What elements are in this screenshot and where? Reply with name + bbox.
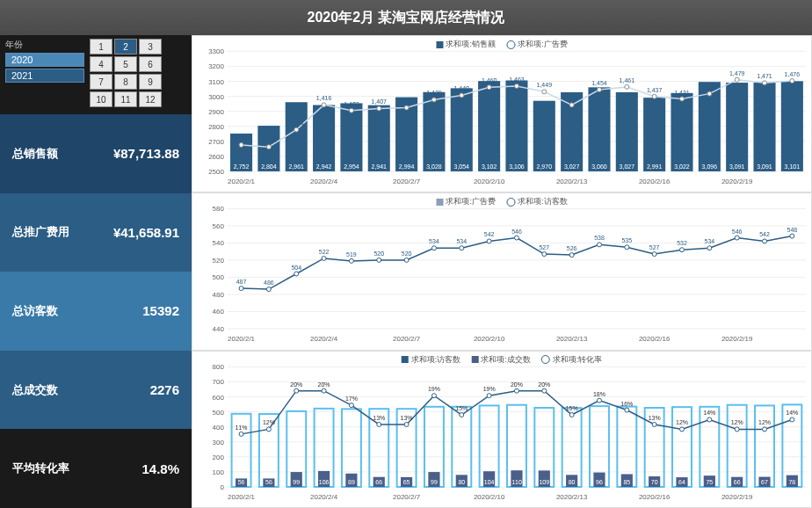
svg-point-146 bbox=[431, 246, 436, 250]
svg-rect-47 bbox=[533, 101, 555, 171]
svg-point-262 bbox=[239, 432, 243, 436]
svg-text:2500: 2500 bbox=[208, 168, 224, 176]
svg-point-168 bbox=[735, 236, 739, 240]
month-button-4[interactable]: 4 bbox=[90, 56, 112, 72]
svg-text:1,463: 1,463 bbox=[509, 76, 525, 83]
svg-text:3,096: 3,096 bbox=[702, 163, 718, 170]
month-button-1[interactable]: 1 bbox=[90, 39, 112, 54]
svg-text:534: 534 bbox=[705, 239, 715, 245]
svg-text:2900: 2900 bbox=[208, 108, 224, 116]
svg-point-152 bbox=[514, 236, 518, 240]
month-button-10[interactable]: 10 bbox=[90, 91, 112, 107]
svg-point-164 bbox=[679, 248, 684, 252]
year-label: 年份 bbox=[5, 39, 84, 51]
svg-point-266 bbox=[294, 388, 299, 393]
svg-point-294 bbox=[679, 427, 684, 432]
metric-promo-label: 总推广费用 bbox=[12, 224, 69, 240]
svg-text:486: 486 bbox=[264, 279, 274, 286]
svg-rect-218 bbox=[755, 405, 774, 487]
svg-text:526: 526 bbox=[567, 245, 577, 251]
svg-rect-217 bbox=[728, 404, 747, 486]
svg-text:2020/2/4: 2020/2/4 bbox=[310, 335, 338, 343]
legend-1-bar: 求和项:销售额 bbox=[436, 39, 496, 50]
month-button-6[interactable]: 6 bbox=[139, 56, 162, 72]
svg-text:85: 85 bbox=[623, 479, 630, 485]
svg-text:67: 67 bbox=[761, 479, 768, 485]
svg-text:15%: 15% bbox=[566, 405, 578, 411]
year-option-2021[interactable]: 2021 bbox=[5, 69, 84, 83]
legend-2-bar: 求和项:广告费 bbox=[436, 196, 496, 207]
svg-text:3100: 3100 bbox=[208, 78, 224, 86]
month-button-8[interactable]: 8 bbox=[114, 74, 137, 90]
svg-text:2020/2/10: 2020/2/10 bbox=[474, 178, 505, 185]
svg-text:3300: 3300 bbox=[208, 47, 224, 55]
svg-text:3,102: 3,102 bbox=[482, 163, 497, 170]
page-title: 2020年2月 某淘宝网店经营情况 bbox=[0, 0, 812, 35]
svg-point-101 bbox=[707, 91, 712, 96]
svg-text:64: 64 bbox=[678, 479, 685, 485]
svg-rect-53 bbox=[616, 92, 638, 171]
svg-point-274 bbox=[404, 422, 409, 426]
svg-text:14%: 14% bbox=[703, 410, 715, 416]
svg-point-99 bbox=[679, 97, 684, 101]
svg-text:2,954: 2,954 bbox=[344, 163, 359, 170]
svg-text:2,752: 2,752 bbox=[234, 163, 250, 170]
svg-text:540: 540 bbox=[213, 240, 225, 248]
svg-text:1,437: 1,437 bbox=[647, 87, 663, 93]
svg-text:542: 542 bbox=[484, 232, 495, 238]
legend-3-bar1: 求和项:访客数 bbox=[402, 354, 461, 366]
svg-text:500: 500 bbox=[213, 274, 225, 282]
svg-text:2020/2/16: 2020/2/16 bbox=[639, 178, 671, 185]
svg-rect-43 bbox=[478, 81, 500, 171]
svg-rect-61 bbox=[726, 83, 748, 171]
svg-text:546: 546 bbox=[511, 229, 522, 235]
metric-conv-value: 14.8% bbox=[141, 461, 179, 476]
svg-point-89 bbox=[542, 90, 547, 94]
legend-2: 求和项:广告费 求和项:访客数 bbox=[432, 195, 570, 208]
svg-text:2020/2/7: 2020/2/7 bbox=[393, 493, 421, 501]
month-button-7[interactable]: 7 bbox=[90, 74, 112, 90]
month-button-2[interactable]: 2 bbox=[114, 39, 137, 54]
chart-visitors: 求和项:广告费 求和项:访客数 440460480500520540560580… bbox=[192, 192, 812, 350]
filter-panel: 年份 2020 2021 123456789101112 bbox=[0, 35, 192, 114]
svg-point-91 bbox=[569, 103, 574, 107]
metric-conv-label: 平均转化率 bbox=[12, 461, 69, 476]
svg-text:1,429: 1,429 bbox=[426, 90, 442, 96]
svg-text:800: 800 bbox=[213, 363, 225, 371]
svg-text:3,028: 3,028 bbox=[426, 163, 442, 170]
svg-text:546: 546 bbox=[732, 229, 743, 235]
svg-point-83 bbox=[460, 93, 464, 98]
svg-text:200: 200 bbox=[213, 453, 225, 461]
svg-text:1,476: 1,476 bbox=[785, 71, 801, 77]
svg-point-264 bbox=[266, 427, 271, 432]
month-button-3[interactable]: 3 bbox=[139, 39, 162, 54]
month-button-12[interactable]: 12 bbox=[139, 91, 162, 107]
svg-text:519: 519 bbox=[346, 251, 357, 258]
svg-point-172 bbox=[790, 234, 794, 238]
svg-text:78: 78 bbox=[788, 479, 795, 485]
svg-text:520: 520 bbox=[373, 250, 384, 257]
month-grid: 123456789101112 bbox=[90, 39, 162, 111]
svg-text:20%: 20% bbox=[511, 381, 523, 387]
year-option-2020[interactable]: 2020 bbox=[5, 53, 84, 67]
svg-point-144 bbox=[404, 258, 409, 263]
svg-text:480: 480 bbox=[213, 291, 225, 299]
svg-text:560: 560 bbox=[213, 222, 225, 230]
svg-text:600: 600 bbox=[213, 393, 225, 401]
month-button-9[interactable]: 9 bbox=[139, 74, 162, 90]
metric-sales-label: 总销售额 bbox=[12, 146, 58, 162]
svg-text:1,407: 1,407 bbox=[372, 98, 388, 105]
svg-text:3,091: 3,091 bbox=[729, 163, 745, 170]
svg-point-270 bbox=[349, 403, 353, 407]
month-button-5[interactable]: 5 bbox=[114, 56, 137, 72]
svg-point-288 bbox=[597, 398, 601, 403]
svg-text:75: 75 bbox=[706, 479, 713, 485]
svg-text:700: 700 bbox=[213, 378, 225, 386]
charts-area: 求和项:销售额 求和项:广告费 250026002700280029003000… bbox=[192, 0, 812, 508]
svg-text:580: 580 bbox=[213, 206, 225, 214]
month-button-11[interactable]: 11 bbox=[114, 91, 137, 107]
svg-text:2020/2/19: 2020/2/19 bbox=[721, 335, 753, 343]
svg-text:3,022: 3,022 bbox=[674, 163, 690, 170]
svg-point-138 bbox=[322, 257, 326, 261]
svg-text:13%: 13% bbox=[649, 415, 661, 421]
